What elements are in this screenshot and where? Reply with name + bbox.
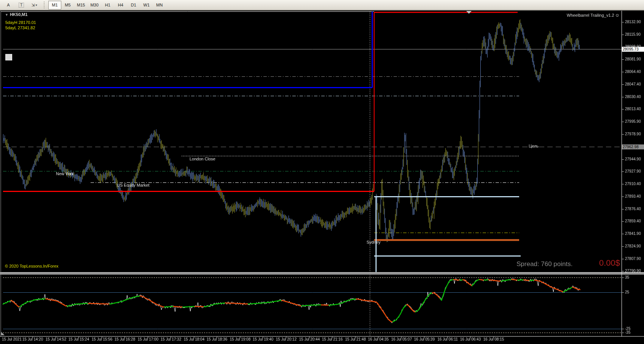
price-tick-label: 27841.90 [625,231,641,236]
toolbar-grip[interactable] [44,2,46,8]
timeframe-button-M5[interactable]: M5 [61,1,74,10]
sydney-label: Sydney [367,240,381,244]
spread-label: Spread: 760 points. [516,260,572,268]
chart-symbol-title: ▼HK50,M1 [5,12,27,17]
arrow-tool-button[interactable]: A [2,1,15,10]
timeframe-button-M15[interactable]: M15 [74,1,88,10]
price-axis-strip[interactable]: 28132.9028115.9028098.9028081.9028064.40… [622,11,644,336]
pointer-icon: ⇲ [31,3,35,8]
five-day-high-label: 5dayH 28170.01 [5,20,36,25]
time-tick-label: 15 Jul 16:28 [112,337,138,341]
new-york-label: New York [56,171,73,176]
time-tick-label: 16 Jul 08:15 [480,337,507,341]
price-tick-label: 27995.90 [625,119,641,124]
price-tick-label: 28030.40 [625,95,641,99]
object-square[interactable] [5,54,12,60]
price-tick-label: 27859.40 [625,219,641,223]
five-day-low-label: 5dayL 27341.82 [5,25,35,30]
toolbar: A T ⇲ ▾ M1M5M15M30H1H4D1W1MN [0,0,644,10]
indicator-tick-label: 35 [625,275,629,279]
timeframe-button-MN[interactable]: MN [153,1,166,10]
time-tick-label: 15 Jul 19:40 [250,337,276,341]
london-close-label: London Close [190,157,215,161]
price-tick-label: 27876.40 [625,207,641,211]
text-tool-icon: T [19,3,24,8]
price-tick-label: 27893.40 [625,194,641,198]
timeframe-button-H1[interactable]: H1 [101,1,114,10]
smiley-icon: ☺ [615,13,620,18]
price-tick-label: 28013.40 [625,107,641,111]
time-tick-label: 15 Jul 21:16 [319,337,346,341]
price-tick-label: 27910.40 [625,182,641,186]
price-tick-label: 28047.40 [625,82,641,86]
time-tick-label: 15 Jul 17:32 [158,337,184,341]
time-tick-label: 15 Jul 15:24 [65,337,92,341]
target-label: Цель [529,144,539,148]
chevron-down-icon: ▼ [5,13,8,17]
timeframe-button-H4[interactable]: H4 [114,1,127,10]
time-tick-label: 15 Jul 20:12 [273,337,300,341]
indicator-title: Wheelbarrel Trailing_v1.2☺ [538,13,620,18]
objects-dropdown-button[interactable]: ⇲ ▾ [28,1,41,10]
price-tick-label: 27978.90 [625,132,641,136]
price-tick-label: 27790.90 [625,269,641,273]
price-tick-label: 28064.40 [625,70,641,74]
timeframe-button-D1[interactable]: D1 [127,1,140,10]
profit-label: 0.00$ [599,258,620,268]
us-equity-market-label: US Equity Market [117,183,150,187]
time-axis-strip[interactable]: 15 Jul 202115 Jul 14:2015 Jul 14:5215 Ju… [0,336,644,344]
current-price-box: 27962.98 [622,144,644,149]
price-chart-canvas[interactable] [0,0,644,344]
price-tick-label: 28081.90 [625,57,641,61]
chevron-down-icon: ▾ [36,3,37,7]
timeframe-group: M1M5M15M30H1H4D1W1MN [48,1,166,10]
price-tick-label: 27927.90 [625,169,641,173]
time-tick-label: 16 Jul 05:39 [411,337,438,341]
price-tick-label: 28132.90 [625,20,641,24]
time-tick-label: 16 Jul 06:43 [457,337,484,341]
timeframe-button-M1[interactable]: M1 [48,1,61,10]
time-tick-label: 15 Jul 14:20 [19,337,46,341]
timeframe-button-W1[interactable]: W1 [140,1,153,10]
text-tool-button[interactable]: T [15,1,28,10]
arrow-tool-icon: A [7,3,10,7]
copyright-label: © 2020 TopLessons.In/Forex [5,264,59,268]
indicator-tick-label: 25 [625,290,629,294]
current-price-box: 28095.73 [622,47,644,52]
timeframe-button-M30[interactable]: M30 [88,1,101,10]
price-tick-label: 28115.90 [625,32,641,36]
price-tick-label: 27944.90 [625,157,641,161]
indicator-tick-label: -35 [625,330,630,334]
time-tick-label: 15 Jul 18:36 [204,337,230,341]
price-tick-label: 27824.90 [625,244,641,248]
time-tick-label: 16 Jul 04:35 [365,337,392,341]
price-tick-label: 27807.90 [625,257,641,261]
